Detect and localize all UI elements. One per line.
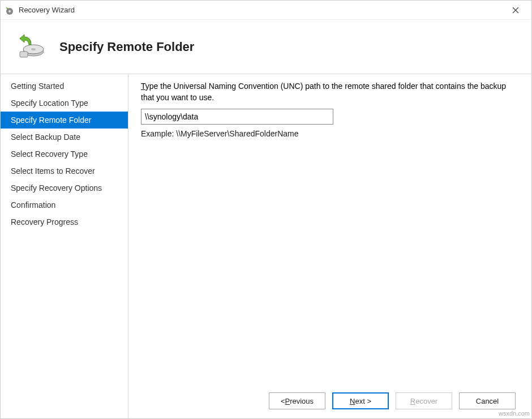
recovery-icon: [16, 32, 46, 62]
titlebar: Recovery Wizard: [1, 1, 531, 20]
step-specify-location-type[interactable]: Specify Location Type: [1, 95, 128, 112]
wizard-body: Getting Started Specify Location Type Sp…: [1, 74, 531, 418]
app-icon: [4, 5, 14, 15]
previous-button[interactable]: < Previous: [269, 392, 325, 409]
svg-point-1: [8, 10, 11, 12]
watermark: wsxdn.com: [499, 410, 530, 417]
window-title: Recovery Wizard: [19, 6, 503, 14]
step-select-items-to-recover[interactable]: Select Items to Recover: [1, 163, 128, 179]
svg-point-6: [31, 48, 36, 50]
instruction-accelerator: T: [141, 82, 145, 91]
step-getting-started[interactable]: Getting Started: [1, 78, 128, 95]
steps-sidebar: Getting Started Specify Location Type Sp…: [1, 74, 128, 418]
button-bar: < Previous Next > Recover Cancel: [141, 384, 516, 409]
step-recovery-progress[interactable]: Recovery Progress: [1, 213, 128, 230]
page-heading: Specify Remote Folder: [59, 40, 194, 54]
step-confirmation[interactable]: Confirmation: [1, 196, 128, 213]
step-specify-remote-folder[interactable]: Specify Remote Folder: [1, 112, 128, 129]
cancel-button[interactable]: Cancel: [459, 392, 516, 409]
content-pane: Type the Universal Naming Convention (UN…: [128, 74, 531, 418]
instruction-body: ype the Universal Naming Convention (UNC…: [141, 82, 506, 102]
recover-button: Recover: [396, 392, 452, 409]
svg-rect-7: [20, 52, 28, 57]
instruction-text: Type the Universal Naming Convention (UN…: [141, 81, 516, 103]
next-button[interactable]: Next >: [332, 392, 389, 409]
step-select-recovery-type[interactable]: Select Recovery Type: [1, 146, 128, 163]
unc-path-input[interactable]: [141, 109, 333, 125]
step-specify-recovery-options[interactable]: Specify Recovery Options: [1, 179, 128, 196]
recovery-wizard-window: Recovery Wizard Specify Remote Folder Ge…: [0, 0, 532, 419]
example-text: Example: \\MyFileServer\SharedFolderName: [141, 129, 516, 138]
wizard-header: Specify Remote Folder: [1, 20, 531, 74]
step-select-backup-date[interactable]: Select Backup Date: [1, 129, 128, 146]
close-button[interactable]: [503, 1, 528, 19]
